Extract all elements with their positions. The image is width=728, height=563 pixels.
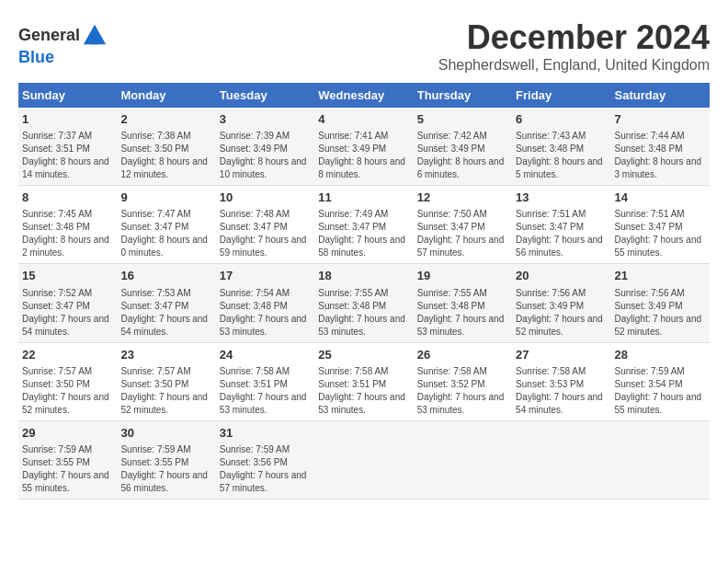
calendar-cell: 10Sunrise: 7:48 AM Sunset: 3:47 PM Dayli… xyxy=(216,186,314,264)
calendar-cell: 21Sunrise: 7:56 AM Sunset: 3:49 PM Dayli… xyxy=(611,264,710,342)
day-detail: Sunrise: 7:59 AM Sunset: 3:55 PM Dayligh… xyxy=(120,443,211,495)
day-number: 28 xyxy=(615,347,706,363)
calendar-table: SundayMondayTuesdayWednesdayThursdayFrid… xyxy=(18,83,710,500)
weekday-header-saturday: Saturday xyxy=(611,83,710,108)
day-number: 27 xyxy=(516,347,607,363)
day-detail: Sunrise: 7:37 AM Sunset: 3:51 PM Dayligh… xyxy=(22,130,113,181)
day-detail: Sunrise: 7:47 AM Sunset: 3:47 PM Dayligh… xyxy=(120,208,211,259)
calendar-cell: 14Sunrise: 7:51 AM Sunset: 3:47 PM Dayli… xyxy=(611,186,710,264)
day-detail: Sunrise: 7:52 AM Sunset: 3:47 PM Dayligh… xyxy=(22,287,113,339)
logo-blue: Blue xyxy=(18,48,54,66)
day-number: 7 xyxy=(615,111,706,128)
day-detail: Sunrise: 7:57 AM Sunset: 3:50 PM Dayligh… xyxy=(120,365,211,417)
day-detail: Sunrise: 7:55 AM Sunset: 3:48 PM Dayligh… xyxy=(318,287,409,339)
calendar-cell xyxy=(314,420,413,499)
day-number: 16 xyxy=(120,268,211,284)
logo-general: General xyxy=(18,26,80,44)
calendar-cell: 30Sunrise: 7:59 AM Sunset: 3:55 PM Dayli… xyxy=(117,420,215,499)
header: General Blue December 2024 Shepherdswell… xyxy=(18,18,710,74)
calendar-cell: 17Sunrise: 7:54 AM Sunset: 3:48 PM Dayli… xyxy=(216,264,314,342)
day-number: 17 xyxy=(220,268,311,284)
day-detail: Sunrise: 7:49 AM Sunset: 3:47 PM Dayligh… xyxy=(318,208,409,259)
day-detail: Sunrise: 7:55 AM Sunset: 3:48 PM Dayligh… xyxy=(417,287,508,339)
day-detail: Sunrise: 7:51 AM Sunset: 3:47 PM Dayligh… xyxy=(516,208,607,259)
calendar-cell: 11Sunrise: 7:49 AM Sunset: 3:47 PM Dayli… xyxy=(314,186,413,264)
day-detail: Sunrise: 7:48 AM Sunset: 3:47 PM Dayligh… xyxy=(220,208,311,259)
day-number: 24 xyxy=(220,347,311,363)
day-detail: Sunrise: 7:43 AM Sunset: 3:48 PM Dayligh… xyxy=(516,130,607,181)
day-number: 22 xyxy=(22,347,113,363)
calendar-cell: 6Sunrise: 7:43 AM Sunset: 3:48 PM Daylig… xyxy=(512,108,610,186)
calendar-cell xyxy=(512,420,610,499)
day-number: 21 xyxy=(615,268,706,284)
day-number: 5 xyxy=(417,111,508,128)
calendar-cell: 2Sunrise: 7:38 AM Sunset: 3:50 PM Daylig… xyxy=(117,108,215,186)
day-detail: Sunrise: 7:58 AM Sunset: 3:53 PM Dayligh… xyxy=(516,365,607,417)
day-number: 12 xyxy=(417,190,508,206)
subtitle: Shepherdswell, England, United Kingdom xyxy=(438,57,710,74)
calendar-cell: 31Sunrise: 7:59 AM Sunset: 3:56 PM Dayli… xyxy=(216,420,314,499)
day-detail: Sunrise: 7:41 AM Sunset: 3:49 PM Dayligh… xyxy=(318,130,409,181)
calendar-cell: 20Sunrise: 7:56 AM Sunset: 3:49 PM Dayli… xyxy=(512,264,610,342)
calendar-cell xyxy=(611,420,710,499)
calendar-cell: 5Sunrise: 7:42 AM Sunset: 3:49 PM Daylig… xyxy=(414,108,512,186)
day-detail: Sunrise: 7:45 AM Sunset: 3:48 PM Dayligh… xyxy=(22,208,113,259)
day-number: 30 xyxy=(120,425,211,442)
calendar-cell: 29Sunrise: 7:59 AM Sunset: 3:55 PM Dayli… xyxy=(18,420,117,499)
day-number: 4 xyxy=(318,111,409,128)
day-number: 29 xyxy=(22,425,113,442)
day-detail: Sunrise: 7:51 AM Sunset: 3:47 PM Dayligh… xyxy=(615,208,706,259)
weekday-header-thursday: Thursday xyxy=(414,83,512,108)
day-number: 31 xyxy=(220,425,311,442)
day-number: 2 xyxy=(120,111,211,128)
calendar-week-row: 22Sunrise: 7:57 AM Sunset: 3:50 PM Dayli… xyxy=(18,342,710,420)
calendar-cell: 3Sunrise: 7:39 AM Sunset: 3:49 PM Daylig… xyxy=(216,108,314,186)
calendar-week-row: 29Sunrise: 7:59 AM Sunset: 3:55 PM Dayli… xyxy=(18,420,710,499)
logo-text: General Blue xyxy=(18,23,108,67)
day-detail: Sunrise: 7:39 AM Sunset: 3:49 PM Dayligh… xyxy=(220,130,311,181)
day-number: 6 xyxy=(516,111,607,128)
calendar-cell: 12Sunrise: 7:50 AM Sunset: 3:47 PM Dayli… xyxy=(414,186,512,264)
main-title: December 2024 xyxy=(438,18,710,57)
day-number: 3 xyxy=(220,111,311,128)
day-number: 14 xyxy=(615,190,706,206)
day-number: 9 xyxy=(120,190,211,206)
day-detail: Sunrise: 7:58 AM Sunset: 3:51 PM Dayligh… xyxy=(220,365,311,417)
day-detail: Sunrise: 7:50 AM Sunset: 3:47 PM Dayligh… xyxy=(417,208,508,259)
calendar-cell: 1Sunrise: 7:37 AM Sunset: 3:51 PM Daylig… xyxy=(18,108,117,186)
day-number: 26 xyxy=(417,347,508,363)
calendar-cell: 28Sunrise: 7:59 AM Sunset: 3:54 PM Dayli… xyxy=(611,342,710,420)
weekday-header-row: SundayMondayTuesdayWednesdayThursdayFrid… xyxy=(18,83,710,108)
day-number: 11 xyxy=(318,190,409,206)
logo: General Blue xyxy=(18,23,108,67)
day-detail: Sunrise: 7:56 AM Sunset: 3:49 PM Dayligh… xyxy=(516,287,607,339)
calendar-cell: 16Sunrise: 7:53 AM Sunset: 3:47 PM Dayli… xyxy=(117,264,215,342)
calendar-cell: 27Sunrise: 7:58 AM Sunset: 3:53 PM Dayli… xyxy=(512,342,610,420)
day-detail: Sunrise: 7:58 AM Sunset: 3:52 PM Dayligh… xyxy=(417,365,508,417)
calendar-cell: 25Sunrise: 7:58 AM Sunset: 3:51 PM Dayli… xyxy=(314,342,413,420)
day-number: 1 xyxy=(22,111,113,128)
day-detail: Sunrise: 7:53 AM Sunset: 3:47 PM Dayligh… xyxy=(120,287,211,339)
svg-rect-1 xyxy=(92,35,97,44)
calendar-cell: 4Sunrise: 7:41 AM Sunset: 3:49 PM Daylig… xyxy=(314,108,413,186)
calendar-week-row: 8Sunrise: 7:45 AM Sunset: 3:48 PM Daylig… xyxy=(18,186,710,264)
logo-icon xyxy=(82,23,108,49)
calendar-week-row: 1Sunrise: 7:37 AM Sunset: 3:51 PM Daylig… xyxy=(18,108,710,186)
day-detail: Sunrise: 7:44 AM Sunset: 3:48 PM Dayligh… xyxy=(615,130,706,181)
calendar-cell: 9Sunrise: 7:47 AM Sunset: 3:47 PM Daylig… xyxy=(117,186,215,264)
weekday-header-monday: Monday xyxy=(117,83,215,108)
calendar-cell: 26Sunrise: 7:58 AM Sunset: 3:52 PM Dayli… xyxy=(414,342,512,420)
calendar-cell: 8Sunrise: 7:45 AM Sunset: 3:48 PM Daylig… xyxy=(18,186,117,264)
day-number: 18 xyxy=(318,268,409,284)
calendar-cell: 7Sunrise: 7:44 AM Sunset: 3:48 PM Daylig… xyxy=(611,108,710,186)
day-number: 19 xyxy=(417,268,508,284)
calendar-cell: 18Sunrise: 7:55 AM Sunset: 3:48 PM Dayli… xyxy=(314,264,413,342)
title-section: December 2024 Shepherdswell, England, Un… xyxy=(438,18,710,74)
day-detail: Sunrise: 7:59 AM Sunset: 3:55 PM Dayligh… xyxy=(22,443,113,495)
calendar-cell xyxy=(414,420,512,499)
day-detail: Sunrise: 7:38 AM Sunset: 3:50 PM Dayligh… xyxy=(120,130,211,181)
calendar-cell: 13Sunrise: 7:51 AM Sunset: 3:47 PM Dayli… xyxy=(512,186,610,264)
weekday-header-wednesday: Wednesday xyxy=(314,83,413,108)
weekday-header-tuesday: Tuesday xyxy=(216,83,314,108)
day-number: 8 xyxy=(22,190,113,206)
